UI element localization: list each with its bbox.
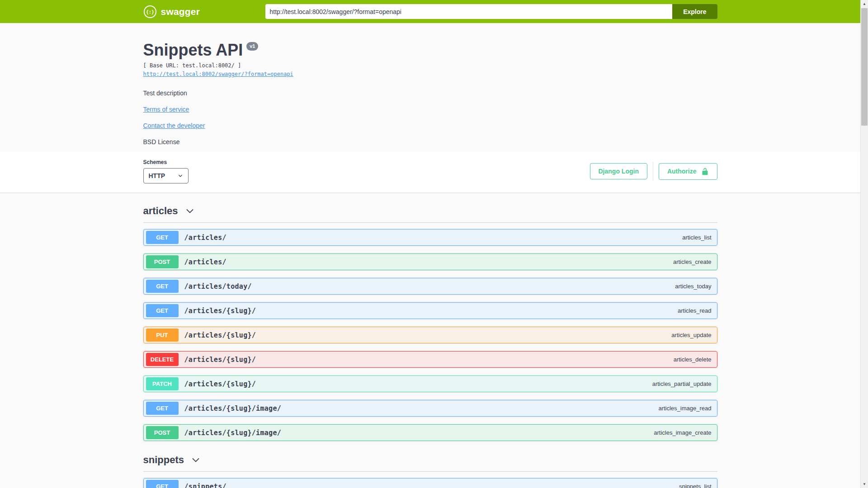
info-section: Snippets APIv1 [ Base URL: test.local:80… (0, 23, 860, 152)
api-section: snippets GET /snippets/ snippets_list (143, 449, 717, 488)
method-badge: PUT (146, 328, 179, 342)
api-section: articles GET /articles/ articles_list PO… (143, 200, 717, 441)
chevron-down-icon (185, 206, 194, 216)
operation-id: articles_update (671, 332, 711, 338)
schemes-block: Schemes HTTP (143, 159, 189, 183)
method-badge: DELETE (146, 353, 179, 366)
section-title: snippets (143, 454, 184, 466)
operations-container: articles GET /articles/ articles_list PO… (143, 200, 717, 488)
page-title: Snippets APIv1 (143, 40, 717, 60)
operation-path: /articles/{slug}/image/ (184, 429, 282, 437)
schemes-label: Schemes (143, 159, 189, 165)
method-badge: GET (146, 480, 179, 488)
operation-row[interactable]: DELETE /articles/{slug}/ articles_delete (143, 351, 717, 368)
swagger-ui-page: {:} swagger Explore Snippets APIv1 [ Bas… (0, 0, 860, 488)
spec-link[interactable]: http://test.local:8002/swagger/?format=o… (143, 71, 293, 77)
api-title-text: Snippets API (143, 41, 243, 59)
scrollbar-down-button[interactable]: ▼ (861, 480, 868, 488)
swagger-logo[interactable]: {:} swagger (143, 5, 200, 19)
django-login-button[interactable]: Django Login (590, 163, 647, 179)
method-badge: GET (146, 304, 179, 317)
svg-text:{:}: {:} (146, 9, 154, 14)
method-badge: GET (146, 402, 179, 415)
contact-developer-link[interactable]: Contact the developer (143, 122, 205, 129)
operation-path: /articles/{slug}/ (184, 380, 256, 388)
method-badge: GET (146, 231, 179, 244)
operation-id: articles_today (675, 283, 711, 290)
unlocked-padlock-icon (701, 168, 709, 175)
operation-id: articles_delete (674, 356, 712, 363)
scheme-selected-value: HTTP (149, 172, 165, 179)
section-header[interactable]: snippets (143, 449, 717, 472)
operation-id: articles_list (682, 234, 711, 241)
scrollbar[interactable]: ▲ ▼ (860, 0, 868, 488)
operation-row[interactable]: POST /articles/ articles_create (143, 253, 717, 270)
method-badge: PATCH (146, 377, 179, 390)
operation-row[interactable]: GET /articles/ articles_list (143, 229, 717, 246)
operation-path: /articles/ (184, 258, 226, 266)
api-description: Test description (143, 89, 717, 97)
operation-id: articles_read (678, 307, 711, 314)
authorize-button[interactable]: Authorize (659, 163, 717, 180)
operation-row[interactable]: GET /articles/{slug}/ articles_read (143, 302, 717, 319)
operation-id: articles_create (673, 258, 712, 265)
section-operations: GET /snippets/ snippets_list (143, 478, 717, 488)
explore-button[interactable]: Explore (672, 4, 717, 19)
operation-row[interactable]: PUT /articles/{slug}/ articles_update (143, 327, 717, 343)
auth-divider (653, 162, 653, 181)
operation-path: /articles/{slug}/ (184, 307, 256, 315)
section-header[interactable]: articles (143, 200, 717, 223)
operation-path: /articles/{slug}/ (184, 356, 256, 364)
operation-id: articles_image_create (654, 429, 711, 436)
method-badge: POST (146, 255, 179, 268)
operation-id: articles_image_read (658, 405, 711, 412)
operation-path: /articles/today/ (184, 282, 252, 291)
swagger-wordmark: swagger (161, 6, 200, 17)
operation-row[interactable]: PATCH /articles/{slug}/ articles_partial… (143, 375, 717, 392)
operation-row[interactable]: GET /articles/today/ articles_today (143, 278, 717, 295)
version-badge: v1 (246, 42, 258, 51)
operation-row[interactable]: GET /articles/{slug}/image/ articles_ima… (143, 400, 717, 417)
scheme-select[interactable]: HTTP (143, 168, 189, 183)
section-operations: GET /articles/ articles_list POST /artic… (143, 229, 717, 441)
authorize-label: Authorize (667, 168, 697, 175)
terms-of-service-link[interactable]: Terms of service (143, 106, 189, 113)
operation-path: /snippets/ (184, 483, 226, 488)
license-text: BSD License (143, 138, 717, 145)
auth-wrapper: Django Login Authorize (590, 162, 717, 181)
operation-id: articles_partial_update (652, 380, 712, 387)
spec-url-input[interactable] (265, 4, 673, 19)
section-title: articles (143, 205, 178, 217)
base-url: [ Base URL: test.local:8002/ ] (143, 62, 717, 69)
spec-url-form: Explore (265, 4, 717, 19)
operation-row[interactable]: GET /snippets/ snippets_list (143, 478, 717, 488)
chevron-down-icon (178, 173, 183, 178)
operation-id: snippets_list (679, 483, 712, 488)
scrollbar-up-button[interactable]: ▲ (861, 0, 868, 8)
chevron-down-icon (191, 455, 200, 465)
method-badge: GET (146, 280, 179, 293)
operation-row[interactable]: POST /articles/{slug}/image/ articles_im… (143, 424, 717, 441)
operation-path: /articles/{slug}/image/ (184, 404, 282, 413)
scrollbar-thumb[interactable] (861, 8, 868, 126)
operation-path: /articles/ (184, 234, 226, 242)
swagger-logo-icon: {:} (143, 5, 157, 19)
operation-path: /articles/{slug}/ (184, 331, 256, 339)
method-badge: POST (146, 426, 179, 439)
scheme-container: Schemes HTTP Django Login Authorize (0, 152, 860, 192)
topbar: {:} swagger Explore (0, 0, 860, 23)
